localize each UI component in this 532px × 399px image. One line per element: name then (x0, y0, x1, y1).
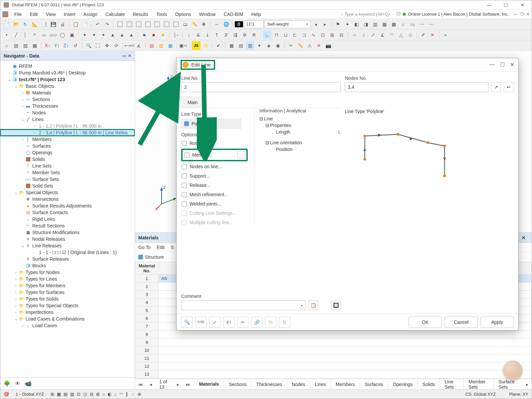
tree-surface-sets[interactable]: ▱▱Surface Sets (0, 176, 135, 183)
nodal2-icon[interactable]: ✦ (90, 31, 98, 39)
sb-i8[interactable]: ⊞ (96, 392, 100, 397)
del-icon[interactable]: ✕ (428, 31, 437, 39)
menu-tools[interactable]: Tools (152, 10, 171, 18)
tree-line-release-1[interactable]: ▫1 - 1 - □□□ ☑ | Original line (Lines : … (0, 249, 135, 256)
dialog-maximize-icon[interactable]: ☐ (500, 62, 505, 68)
sb-i6[interactable]: ◫ (83, 392, 87, 397)
nodal3-icon[interactable]: ✦ (99, 31, 108, 39)
navigator-pin-icon[interactable]: ▭ (122, 54, 126, 58)
dlg-zoom-icon[interactable]: 🔍 (181, 317, 193, 328)
tab-solids[interactable]: Solids (417, 380, 440, 389)
cube1-icon[interactable]: ◧ (352, 20, 361, 29)
snap5-icon[interactable]: ∿ (309, 31, 318, 39)
dim3-icon[interactable]: ⤢ (369, 31, 377, 39)
dlg-color-icon[interactable]: 🏷 (223, 317, 234, 328)
fe1-icon[interactable]: ▤ (236, 41, 245, 50)
snap4-icon[interactable]: ⊐ (300, 31, 309, 39)
res1-icon[interactable]: ◈ (264, 41, 273, 50)
render3-icon[interactable]: ▦ (166, 41, 175, 50)
tree-special-objects[interactable]: ⌄📁Special Objects (0, 189, 135, 196)
tab-main[interactable]: Main (181, 97, 204, 108)
sq-yellow-icon[interactable]: ■ (159, 31, 167, 39)
sb-i7[interactable]: ⊟ (90, 392, 93, 397)
apply-button[interactable]: Apply (480, 317, 514, 328)
dim4-icon[interactable]: ∡ (378, 31, 387, 39)
dim7-icon[interactable]: ◇ (406, 31, 415, 39)
misc1-icon[interactable]: ✐ (419, 31, 428, 39)
move-icon[interactable]: ↔ (212, 20, 221, 29)
sparkle-icon[interactable]: ✨ (201, 41, 210, 50)
dim5-icon[interactable]: ◠ (387, 31, 396, 39)
comment-input[interactable]: ▾ (181, 300, 306, 310)
mesh-icon[interactable]: ▦ (227, 41, 236, 50)
tree-openings[interactable]: ◯Openings (0, 149, 135, 156)
sb-i14[interactable]: ⟋ (131, 392, 135, 397)
opt-rotation[interactable]: Rotation... (181, 139, 248, 147)
menu-search[interactable]: › Type a keyword (Alt+Q) (341, 12, 390, 17)
load5-icon[interactable]: ⇵ (222, 31, 230, 39)
sb-i10[interactable]: ◐ (108, 392, 111, 397)
sb-i1[interactable]: ⊞ (51, 392, 54, 397)
grid1-icon[interactable] (116, 20, 124, 29)
dim6-icon[interactable]: △ (397, 31, 405, 39)
axis-z-icon[interactable]: Z↕ (62, 41, 70, 50)
copy-icon[interactable]: 📑 (40, 20, 48, 29)
pager-next-icon[interactable]: ▸ (174, 382, 183, 387)
sb-i15[interactable]: ⊕ (138, 392, 141, 397)
end-icon[interactable]: » (441, 31, 450, 39)
tree-solids[interactable]: 🟫Solids (0, 156, 135, 163)
tab-lines[interactable]: Lines (310, 380, 331, 389)
tabs-scroll-right-icon[interactable]: ▸ (523, 382, 532, 387)
nodal1-icon[interactable]: ✦ (80, 31, 89, 39)
cube-view3-icon[interactable]: ▩ (30, 41, 39, 50)
menu-calculate[interactable]: Calculate (101, 10, 129, 18)
open-folder-icon[interactable]: 📂 (12, 20, 20, 29)
minimize-button[interactable]: — (483, 1, 495, 9)
tree-load-cases-sub[interactable]: ›↓Load Cases (0, 322, 135, 329)
load3-icon[interactable]: ⤓ (203, 31, 212, 39)
snap8-icon[interactable]: ⊟ (337, 31, 346, 39)
tree-materials[interactable]: ›🎨Materials (0, 89, 135, 96)
tree-load-cases[interactable]: ⌄📁Load Cases & Combinations (0, 316, 135, 322)
menu-cadbim[interactable]: CAD-BIM (220, 10, 247, 18)
navigator-tree-icon[interactable]: 🌳 (4, 380, 10, 387)
tab-sections[interactable]: Sections (224, 380, 251, 389)
grid2-icon[interactable] (125, 20, 134, 29)
tree-types-members[interactable]: ›📁Types for Members (0, 282, 135, 289)
dlg-script-icon[interactable]: % (265, 317, 276, 328)
pager-last-icon[interactable]: ⏭ (183, 382, 194, 387)
tab-materials[interactable]: Materials (194, 379, 224, 389)
tree-imperfections[interactable]: ›📁Imperfections (0, 309, 135, 316)
tab-nodes[interactable]: Nodes (287, 380, 310, 389)
flag-icon[interactable]: ⚑ (334, 20, 342, 29)
pan-icon[interactable]: ✥ (103, 41, 111, 50)
materials-s[interactable]: S (171, 245, 174, 250)
dlg-fx-icon[interactable]: fx (279, 317, 290, 328)
tree-surfaces[interactable]: ▱Surfaces (0, 143, 135, 149)
scale-icon[interactable]: 📏 (190, 20, 199, 29)
tree-surf-res-adj[interactable]: ▲Surface Results Adjustments (0, 202, 135, 209)
tree-result-sections[interactable]: 〰Result Sections (0, 222, 135, 229)
dlg-units-icon[interactable]: 0.00 (195, 317, 206, 328)
tree-structure-mods[interactable]: ▦Structure Modifications (0, 229, 135, 236)
tree-types-special[interactable]: ›📁Types for Special Objects (0, 302, 135, 309)
ruler-icon[interactable]: 📏 (296, 41, 305, 50)
tree-project2[interactable]: ⌄🧊test.rf6* | Project 123 (0, 76, 135, 83)
status-ucs[interactable]: 1 - Global XYZ (16, 392, 44, 397)
multiline-icon[interactable]: 〃 (30, 31, 39, 39)
supp3-icon[interactable]: ▲ (127, 31, 136, 39)
angle-tool-icon[interactable]: ∡ (134, 41, 143, 50)
dlg-link-icon[interactable]: 🔗 (251, 317, 262, 328)
cancel-button[interactable]: Cancel (445, 317, 478, 328)
materials-edit[interactable]: Edit (157, 245, 165, 250)
sb-i5[interactable]: ⊡ (77, 392, 80, 397)
opt-release[interactable]: Release... (181, 181, 248, 189)
redo-icon[interactable]: ↷ (103, 20, 111, 29)
js-icon[interactable]: JS (192, 41, 200, 50)
axis-x-icon[interactable]: X↕ (43, 41, 52, 50)
tree-basic-objects[interactable]: ⌄📁Basic Objects (0, 83, 135, 89)
snap-angle-icon[interactable]: ∟ (263, 31, 271, 39)
comment-extra-icon[interactable]: 🔲 (331, 300, 341, 310)
lc-code-combo[interactable]: LC1 (244, 20, 264, 28)
menu-view[interactable]: View (42, 10, 60, 18)
